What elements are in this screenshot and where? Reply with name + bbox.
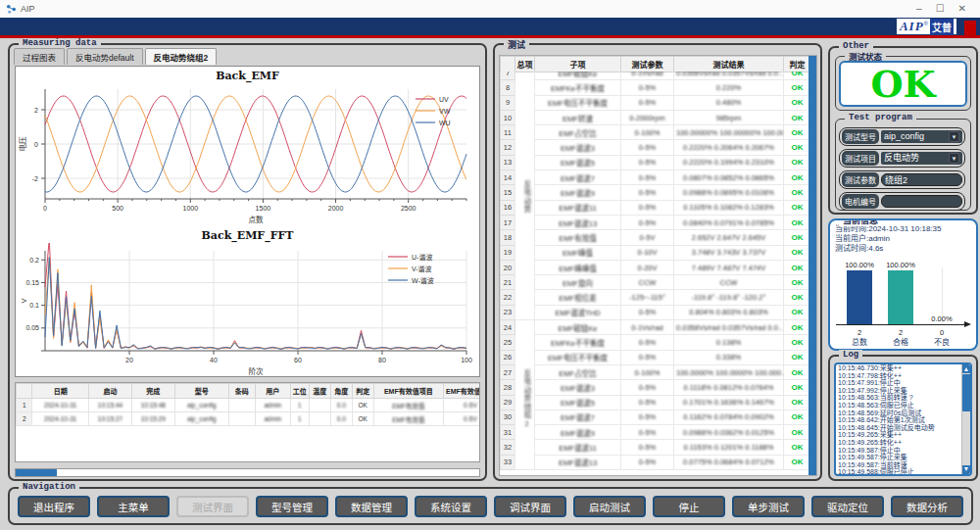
close-button[interactable]: ✕	[958, 0, 966, 18]
minimize-button[interactable]: –	[916, 0, 922, 18]
bar-总数	[847, 270, 872, 324]
measuring-data-title: Measuring data	[19, 38, 101, 48]
test-parameter: 0-5%	[621, 425, 674, 440]
nav-button-1[interactable]: 退出程序	[18, 496, 90, 517]
log-entry: 10:15:46.730:采集++	[836, 364, 960, 372]
nav-button-6[interactable]: 系统设置	[415, 496, 487, 517]
log-scrollbar-thumb[interactable]	[962, 374, 971, 411]
program-row-4: 电机编号	[839, 192, 965, 211]
program-select-2[interactable]: 反电动势▼	[881, 152, 962, 165]
table-row[interactable]: 14EMF谐波70-5%0.0807% 0.0852% 0.0865%OK	[501, 170, 811, 185]
results-cell: admin	[256, 412, 291, 426]
table-row[interactable]: 33EMF谐波130-5%0.0775% 0.0684% 0.0712%OK	[501, 455, 811, 469]
program-field-3[interactable]: 绕组2	[881, 173, 962, 186]
program-label-4[interactable]: 电机编号	[842, 194, 879, 209]
scrollbar-thumb[interactable]	[16, 469, 57, 476]
test-result: 0.0807% 0.0852% 0.0865%	[674, 170, 784, 185]
test-subitem: EMF谐波7	[535, 170, 621, 185]
tab-3[interactable]: 反电动势绕组2	[145, 48, 218, 65]
table-row[interactable]: 9EMF电压不平衡度0-5%0.480%OK	[501, 95, 811, 110]
results-column-header: 完成	[131, 384, 174, 399]
program-field-4[interactable]	[881, 195, 962, 208]
table-row[interactable]: 32EMF谐波110-5%0.1153% 0.1201% 0.1188%OK	[501, 440, 811, 455]
tab-2[interactable]: 反电动势default	[67, 48, 143, 65]
row-number: 9	[501, 95, 515, 110]
program-select-1[interactable]: aip_config▼	[881, 130, 962, 143]
table-row[interactable]: 24反电动势绕组2EMF磁链Ke0-1Vs/rad0.0358Vs/rad 0.…	[501, 320, 811, 335]
log-list[interactable]: 10:15:46.730:采集++10:15:47.798:转化++10:15:…	[834, 362, 972, 476]
table-row[interactable]: 17EMF谐波130-5%0.0840% 0.0791% 0.0785%OK	[501, 215, 811, 229]
test-subitem: EMF谐波9	[535, 425, 621, 440]
log-entry: 10:15:49.265:采集++	[836, 431, 960, 439]
nav-button-2[interactable]: 主菜单	[97, 496, 170, 517]
test-subitem: EMFKe不平衡度	[535, 80, 621, 95]
nav-button-4[interactable]: 型号管理	[256, 496, 328, 517]
table-row[interactable]: 8EMFKe不平衡度0-5%0.220%OK	[501, 80, 811, 95]
test-table-body[interactable]: 7反电动势EMF磁链Ke0-1Vs/rad0.0358Vs/rad 0.0357…	[500, 72, 810, 476]
verdict-badge: OK	[784, 260, 811, 274]
measuring-tabs: 过程图表反电动势default反电动势绕组2	[14, 48, 217, 65]
log-entry: 10:15:48.563:当前转速 ?	[836, 394, 960, 402]
verdict-badge: OK	[784, 275, 811, 290]
verdict-badge: OK	[784, 380, 811, 395]
table-row[interactable]: 16EMF谐波110-5%0.1105% 0.1082% 0.1283%OK	[501, 200, 811, 215]
results-column-header: 角度	[330, 384, 352, 399]
scroll-up-icon[interactable]	[962, 364, 971, 373]
chevron-down-icon[interactable]: ▼	[949, 131, 959, 142]
row-number: 26	[501, 350, 515, 364]
table-row[interactable]: 18EMF有效值0-5V2.652V 2.647V 2.645VOK	[501, 230, 811, 245]
results-column-header: 温度	[309, 384, 330, 399]
test-subitem: EMF谐波11	[535, 440, 621, 455]
select-value: 反电动势	[884, 152, 949, 165]
table-row[interactable]: 30EMF谐波70-5%0.1162% 0.0784% 0.0902%OK	[501, 410, 811, 424]
chevron-down-icon[interactable]: ▼	[949, 153, 959, 164]
table-row[interactable]: 31EMF谐波90-5%0.0988% 0.0362% 0.0125%OK	[501, 425, 811, 440]
table-row[interactable]: 20EMF峰峰值0-20V7.489V 7.487V 7.474VOK	[501, 260, 811, 274]
bar-percent-label: 100.00%	[877, 261, 924, 269]
table-row[interactable]: 27EMF占空比0-100%100.0000% 100.0000% 100.00…	[501, 364, 811, 379]
table-row[interactable]: 10EMF转速0-2000rpm985rpmOK	[501, 110, 811, 124]
nav-button-12[interactable]: 数据分析	[891, 496, 963, 517]
test-parameter: 0-5V	[621, 230, 674, 245]
test-parameter: 0-5%	[621, 155, 674, 169]
test-vertical-scrollbar[interactable]	[808, 56, 816, 475]
table-row[interactable]: 29EMF谐波50-5%0.1701% 0.1636% 0.1467%OK	[501, 395, 811, 410]
tab-1[interactable]: 过程图表	[14, 48, 65, 65]
test-subitem: EMF电压不平衡度	[535, 350, 621, 364]
row-number: 22	[501, 290, 515, 305]
table-row[interactable]: 12EMF谐波30-5%0.2220% 0.2064% 0.2067%OK	[501, 140, 811, 155]
nav-button-11[interactable]: 驱动定位	[811, 496, 884, 517]
table-row[interactable]: 25EMFKe不平衡度0-5%0.138%OK	[501, 335, 811, 350]
chart-area: Back_EMF 05001000150020002500-202电压点数UVV…	[15, 66, 480, 377]
nav-button-7[interactable]: 调试界面	[494, 496, 566, 517]
table-row[interactable]: 23EMF谐波THD0-5%0.804% 0.803% 0.803%OK	[501, 305, 811, 319]
nav-button-9[interactable]: 停止	[653, 496, 725, 517]
table-row[interactable]: 21EMF旋向CCWCCWOK	[501, 275, 811, 290]
row-number: 19	[501, 245, 515, 260]
maximize-button[interactable]: ☐	[936, 0, 945, 18]
svg-text:W-谐波: W-谐波	[412, 276, 434, 285]
table-row[interactable]: 26EMF电压不平衡度0-5%0.338%OK	[501, 350, 811, 364]
table-row[interactable]: 11EMF占空比0-100%100.00000% 100.00000% 100.…	[501, 125, 811, 140]
log-scrollbar[interactable]	[961, 364, 970, 474]
table-row[interactable]: 22EMF相位差-125~-115°-119.8° -119.8° -120.2…	[501, 290, 811, 305]
bar-percent-label: 0.00%	[918, 314, 965, 323]
nav-button-8[interactable]: 启动测试	[573, 496, 646, 517]
scroll-down-icon[interactable]	[962, 465, 971, 474]
test-group-label: 反电动势绕组2	[515, 320, 535, 470]
results-horizontal-scrollbar[interactable]	[15, 468, 480, 477]
table-row[interactable]: 13EMF谐波50-5%0.2220% 0.1994% 0.2310%OK	[501, 155, 811, 169]
brand-logo-cn: 艾普	[930, 19, 954, 35]
table-row[interactable]: 15EMF谐波90-5%0.0988% 0.0895% 0.0106%OK	[501, 185, 811, 200]
table-row[interactable]: 7反电动势EMF磁链Ke0-1Vs/rad0.0358Vs/rad 0.0357…	[501, 72, 811, 80]
row-number: 20	[501, 260, 515, 274]
table-row[interactable]: 28EMF谐波30-5%0.1118% 0.0812% 0.0764%OK	[501, 380, 811, 395]
nav-button-5[interactable]: 数据管理	[335, 496, 408, 517]
results-column-header: EMF有效值项目	[373, 384, 443, 399]
nav-button-10[interactable]: 单步测试	[732, 496, 805, 517]
table-row[interactable]: 19EMF峰值0-10V3.748V 3.743V 3.737VOK	[501, 245, 811, 260]
table-row[interactable]: 22024-10-3110:15:2710:15:29aip_configadm…	[17, 412, 481, 426]
test-result: 0.1118% 0.0812% 0.0764%	[674, 380, 784, 395]
results-column-header: 条码	[228, 384, 255, 399]
table-row[interactable]: 12024-10-3110:15:4410:15:48aip_configadm…	[17, 399, 481, 412]
